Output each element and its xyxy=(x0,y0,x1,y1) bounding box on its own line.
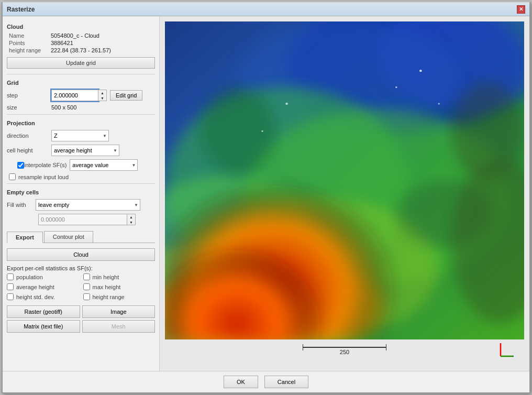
matrix-button[interactable]: Matrix (text file) xyxy=(7,320,80,333)
svg-point-18 xyxy=(395,86,397,88)
cloud-name-value: 5054800_c - Cloud xyxy=(51,32,99,39)
cloud-height-range-row: height range 222.84 (38.73 - 261.57) xyxy=(7,47,155,53)
tab-export[interactable]: Export xyxy=(7,232,43,243)
svg-point-20 xyxy=(285,103,288,105)
export-stats-label: Export per-cell statistics as SF(s): xyxy=(7,265,155,271)
scale-bar: 250 xyxy=(303,347,386,355)
cell-height-label: cell height xyxy=(7,147,51,153)
fill-value-spinbox: ▲ ▼ xyxy=(127,214,136,225)
size-value: 500 x 500 xyxy=(51,104,76,111)
population-checkbox[interactable] xyxy=(7,273,14,280)
interpolate-label: interpolate SF(s) xyxy=(24,162,66,168)
grid-section-label: Grid xyxy=(7,80,155,86)
axis-svg xyxy=(498,341,516,359)
step-spin-down[interactable]: ▼ xyxy=(98,95,106,101)
fill-with-select[interactable]: leave empty 0 average height xyxy=(36,199,140,211)
height-std-dev-row: height std. dev. xyxy=(7,293,79,300)
svg-point-17 xyxy=(419,70,422,72)
step-row: step ▲ ▼ Edit grid xyxy=(7,90,155,101)
step-input[interactable] xyxy=(51,90,98,101)
empty-cells-label: Empty cells xyxy=(7,189,155,195)
fill-value-row: ▲ ▼ xyxy=(7,214,155,225)
svg-point-19 xyxy=(438,103,439,104)
cloud-export-button[interactable]: Cloud xyxy=(7,248,155,261)
height-range-label: height range xyxy=(93,294,125,300)
max-height-checkbox[interactable] xyxy=(83,283,90,290)
tabs-row: Export Contour plot xyxy=(7,231,155,243)
fill-value-wrap: ▲ ▼ xyxy=(38,214,136,225)
cell-height-row: cell height average height min height ma… xyxy=(7,145,155,156)
scale-line xyxy=(303,347,386,348)
fill-with-row: Fill with leave empty 0 average height xyxy=(7,199,155,211)
resample-checkbox[interactable] xyxy=(9,173,16,180)
ok-button[interactable]: OK xyxy=(224,376,258,388)
average-height-checkbox[interactable] xyxy=(7,283,14,290)
export-buttons: Raster (geotiff) Image Matrix (text file… xyxy=(7,305,155,333)
height-range-checkbox[interactable] xyxy=(83,293,90,300)
cloud-height-range-value: 222.84 (38.73 - 261.57) xyxy=(51,47,111,53)
tab-export-content: Cloud Export per-cell statistics as SF(s… xyxy=(7,243,155,336)
cloud-section-label: Cloud xyxy=(7,24,155,30)
max-height-row: max height xyxy=(83,283,156,290)
image-button[interactable]: Image xyxy=(82,305,156,318)
average-height-label: average height xyxy=(16,284,54,290)
main-content: Cloud Name 5054800_c - Cloud Points 3886… xyxy=(3,16,529,371)
fill-spin-up[interactable]: ▲ xyxy=(127,214,135,220)
titlebar: Rasterize ✕ xyxy=(3,3,529,16)
direction-select-wrap: X Y Z xyxy=(51,130,109,141)
cloud-points-label: Points xyxy=(9,40,51,46)
left-panel: Cloud Name 5054800_c - Cloud Points 3886… xyxy=(3,16,160,371)
axis-indicator xyxy=(498,341,516,360)
bottom-bar: OK Cancel xyxy=(3,371,529,392)
min-height-checkbox[interactable] xyxy=(83,273,90,280)
population-row: population xyxy=(7,273,79,280)
direction-row: direction X Y Z xyxy=(7,130,155,141)
projection-section-label: Projection xyxy=(7,120,155,126)
cell-height-select-wrap: average height min height max height hei… xyxy=(51,145,119,156)
height-range-row: height range xyxy=(83,293,156,300)
raster-button[interactable]: Raster (geotiff) xyxy=(7,305,80,318)
export-checkboxes-grid: population min height average height max… xyxy=(7,272,155,301)
cloud-name-label: Name xyxy=(9,32,51,39)
direction-select[interactable]: X Y Z xyxy=(51,130,109,141)
resample-row: resample input loud xyxy=(7,173,155,180)
interpolate-select[interactable]: average value min value max value xyxy=(70,159,138,171)
average-height-row: average height xyxy=(7,283,79,290)
mesh-button[interactable]: Mesh xyxy=(82,320,156,333)
svg-point-21 xyxy=(261,130,263,132)
size-row: size 500 x 500 xyxy=(7,104,155,111)
resample-label: resample input loud xyxy=(18,174,69,180)
cloud-points-row: Points 3886421 xyxy=(7,40,155,46)
min-height-label: min height xyxy=(93,274,119,280)
edit-grid-button[interactable]: Edit grid xyxy=(110,90,142,101)
fill-with-select-wrap: leave empty 0 average height xyxy=(36,199,140,211)
step-input-wrap: ▲ ▼ Edit grid xyxy=(51,90,142,101)
cell-height-select[interactable]: average height min height max height hei… xyxy=(51,145,119,156)
svg-point-13 xyxy=(202,87,275,175)
visualization-container xyxy=(165,21,524,339)
scale-label: 250 xyxy=(340,349,349,355)
interpolate-select-wrap: average value min value max value xyxy=(70,159,138,171)
fill-with-label: Fill with xyxy=(7,202,36,208)
cloud-points-value: 3886421 xyxy=(51,40,73,46)
fill-value-input[interactable] xyxy=(38,214,127,225)
height-std-dev-label: height std. dev. xyxy=(16,294,55,300)
update-grid-button[interactable]: Update grid xyxy=(7,57,155,69)
step-spin-up[interactable]: ▲ xyxy=(98,90,106,95)
size-label: size xyxy=(7,104,51,111)
interpolate-row: interpolate SF(s) average value min valu… xyxy=(7,159,155,171)
cloud-name-row: Name 5054800_c - Cloud xyxy=(7,32,155,39)
step-spinbox: ▲ ▼ xyxy=(98,90,107,101)
close-button[interactable]: ✕ xyxy=(517,5,525,14)
min-height-row: min height xyxy=(83,273,156,280)
interpolate-checkbox[interactable] xyxy=(17,162,24,169)
terrain-visualization xyxy=(165,21,524,339)
right-panel: 250 xyxy=(160,16,529,371)
population-label: population xyxy=(16,274,43,280)
rasterize-window: Rasterize ✕ Cloud Name 5054800_c - Cloud… xyxy=(2,2,530,393)
height-std-dev-checkbox[interactable] xyxy=(7,293,14,300)
fill-spin-down[interactable]: ▼ xyxy=(127,220,135,225)
max-height-label: max height xyxy=(93,284,121,290)
cancel-button[interactable]: Cancel xyxy=(264,376,308,388)
tab-contour-plot[interactable]: Contour plot xyxy=(44,231,93,243)
